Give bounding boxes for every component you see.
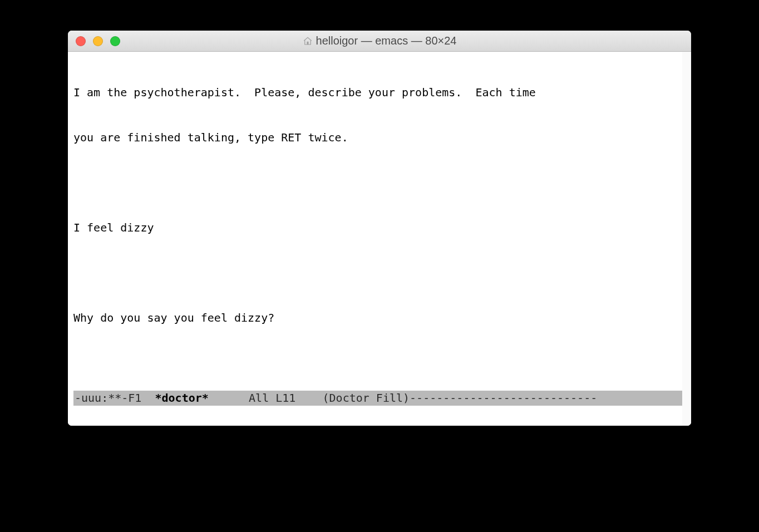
window-title-text: helloigor — emacs — 80×24 [316,35,457,47]
close-button[interactable] [76,36,86,46]
buffer-line: Why do you say you feel dizzy? [73,311,686,326]
maximize-button[interactable] [110,36,120,46]
buffer-line: I am the psychotherapist. Please, descri… [73,85,686,100]
emacs-buffer[interactable]: I am the psychotherapist. Please, descri… [68,52,691,426]
window-titlebar[interactable]: helloigor — emacs — 80×24 [68,31,691,52]
traffic-lights [68,36,120,46]
buffer-line [73,356,686,371]
buffer-line: I feel dizzy [73,220,686,235]
modeline-position: All L11 (Doctor Fill) [209,391,410,405]
minimize-button[interactable] [93,36,103,46]
scrollbar[interactable] [682,52,691,426]
emacs-modeline[interactable]: -uuu:**-F1 *doctor* All L11 (Doctor Fill… [73,391,686,406]
modeline-buffer-name: *doctor* [155,391,209,405]
svg-rect-0 [307,41,308,44]
buffer-line [73,265,686,280]
window-title: helloigor — emacs — 80×24 [68,35,691,47]
emacs-minibuffer[interactable] [73,406,686,421]
terminal-window: helloigor — emacs — 80×24 I am the psych… [68,31,691,426]
buffer-line [73,175,686,190]
buffer-line: you are finished talking, type RET twice… [73,130,686,145]
home-icon [303,36,313,46]
modeline-status: -uuu:**-F1 [75,391,155,405]
modeline-fill: ---------------------------- [410,391,597,405]
